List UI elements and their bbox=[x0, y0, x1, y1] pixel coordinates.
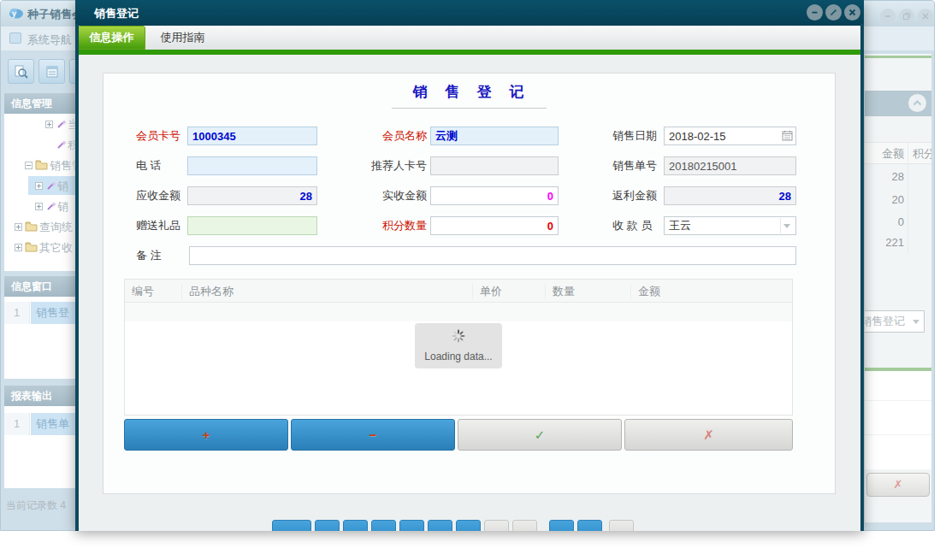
expander-icon[interactable] bbox=[15, 223, 22, 231]
tree-item[interactable]: 当 bbox=[4, 114, 76, 134]
expander-icon[interactable] bbox=[25, 162, 33, 169]
tree-item[interactable]: 查询统 bbox=[4, 216, 76, 237]
sale-no-label: 销售单号 bbox=[612, 156, 662, 175]
items-table-header: 编号 品种名称 单价 数量 金额 bbox=[125, 280, 792, 303]
divider bbox=[865, 56, 931, 58]
dialog-titlebar[interactable]: 销售登记 bbox=[75, 0, 864, 26]
check-icon: ✓ bbox=[535, 427, 546, 442]
folder-icon bbox=[35, 159, 48, 170]
member-card-label: 会员卡号 bbox=[136, 127, 180, 145]
pager-button[interactable] bbox=[577, 520, 602, 531]
system-nav-label[interactable]: 系统导航 bbox=[27, 32, 72, 48]
form-tool-button[interactable] bbox=[38, 59, 65, 84]
sales-registration-dialog: 销售登记 信息操作 使用指南 销 售 登 记 bbox=[75, 0, 864, 531]
column-quantity: 数量 bbox=[545, 284, 630, 299]
record-count-status: 当前记录数 4 bbox=[6, 498, 66, 513]
report-list: 1 销售单 bbox=[4, 406, 76, 488]
expander-icon[interactable] bbox=[45, 121, 53, 128]
app-logo-icon: y bbox=[9, 7, 24, 19]
table-row[interactable] bbox=[125, 303, 792, 321]
phone-label: 电 话 bbox=[136, 156, 162, 175]
calendar-icon[interactable] bbox=[782, 130, 793, 141]
pager-button[interactable] bbox=[456, 520, 481, 531]
chevron-up-icon bbox=[913, 100, 922, 106]
collapse-button[interactable] bbox=[908, 94, 926, 112]
sale-date-input[interactable] bbox=[664, 127, 796, 145]
pager-button[interactable] bbox=[609, 520, 634, 531]
column-variety-name: 品种名称 bbox=[181, 284, 472, 299]
member-card-input[interactable] bbox=[187, 127, 317, 145]
tree-item[interactable]: 积 bbox=[4, 134, 76, 155]
dialog-maximize-button[interactable] bbox=[825, 4, 842, 21]
form-icon bbox=[45, 65, 59, 79]
tree-item[interactable]: 其它收 bbox=[4, 237, 76, 257]
main-minimize-button[interactable] bbox=[880, 9, 896, 24]
pager-button[interactable] bbox=[512, 520, 537, 531]
confirm-button[interactable]: ✓ bbox=[458, 419, 622, 451]
main-close-button[interactable] bbox=[918, 9, 933, 24]
tree-item[interactable]: 销售管 bbox=[4, 155, 76, 175]
pager-button[interactable] bbox=[484, 520, 509, 531]
add-row-button[interactable]: + bbox=[124, 419, 288, 451]
remark-label: 备 注 bbox=[136, 246, 162, 265]
receivable-input bbox=[187, 186, 317, 205]
report-type-dropdown[interactable]: 销售登记 bbox=[865, 310, 925, 333]
right-panel-body bbox=[865, 371, 931, 469]
points-input[interactable] bbox=[430, 216, 559, 235]
amount-cell: 28 bbox=[865, 170, 904, 183]
pager-button[interactable] bbox=[428, 520, 452, 531]
pager-button[interactable] bbox=[371, 520, 396, 531]
dialog-close-button[interactable] bbox=[844, 4, 860, 21]
wand-icon bbox=[56, 118, 68, 130]
received-input[interactable] bbox=[430, 186, 559, 205]
phone-input[interactable] bbox=[187, 156, 317, 175]
dialog-title: 销售登记 bbox=[94, 6, 139, 21]
tab-info-operations[interactable]: 信息操作 bbox=[78, 26, 145, 50]
expander-icon[interactable] bbox=[35, 203, 43, 210]
pager-button[interactable] bbox=[315, 520, 340, 531]
nav-checkbox-icon[interactable] bbox=[9, 32, 21, 44]
remark-input[interactable] bbox=[189, 246, 796, 265]
cashier-label: 收 款 员 bbox=[612, 216, 662, 235]
received-label: 实收金额 bbox=[357, 186, 427, 205]
list-item[interactable]: 1 销售登 bbox=[4, 302, 76, 324]
wand-icon bbox=[45, 180, 57, 192]
referrer-input[interactable] bbox=[430, 156, 559, 175]
pager-button[interactable] bbox=[549, 520, 574, 531]
nav-tree: 当 积 销售管 销 销 bbox=[4, 114, 76, 271]
gift-input[interactable] bbox=[187, 216, 317, 235]
plus-icon: + bbox=[203, 427, 210, 442]
main-restore-button[interactable] bbox=[899, 9, 914, 24]
svg-text:y: y bbox=[12, 9, 16, 18]
folder-icon bbox=[25, 221, 38, 232]
tree-item-selected[interactable]: 销 bbox=[4, 175, 76, 196]
right-panel-header bbox=[865, 91, 931, 116]
dialog-window-controls bbox=[807, 4, 860, 21]
tree-item[interactable]: 销 bbox=[4, 196, 76, 216]
remove-row-button[interactable]: − bbox=[291, 419, 455, 451]
close-report-button[interactable]: ✗ bbox=[866, 473, 930, 497]
dialog-border bbox=[75, 24, 79, 531]
section-header-info-manage: 信息管理 bbox=[4, 93, 76, 114]
column-amount: 金额 bbox=[865, 146, 904, 162]
pager-button[interactable] bbox=[272, 520, 311, 531]
cashier-dropdown[interactable]: 王云 bbox=[664, 216, 796, 235]
amount-cell: 221 bbox=[865, 236, 904, 249]
member-name-input[interactable] bbox=[430, 127, 559, 145]
form-heading: 销 售 登 记 bbox=[392, 82, 546, 109]
column-id: 编号 bbox=[125, 284, 181, 299]
form-panel: 销 售 登 记 会员卡号 会员名称 销售日期 bbox=[103, 73, 836, 494]
dialog-minimize-button[interactable] bbox=[807, 4, 823, 21]
pager-button[interactable] bbox=[399, 520, 424, 531]
spinner-icon bbox=[452, 329, 465, 343]
points-label: 积分数量 bbox=[357, 216, 427, 235]
pager-button[interactable] bbox=[343, 520, 368, 531]
column-unit-price: 单价 bbox=[472, 284, 545, 299]
cancel-button[interactable]: ✗ bbox=[624, 419, 793, 451]
tab-user-guide[interactable]: 使用指南 bbox=[151, 26, 215, 50]
folder-icon bbox=[25, 241, 38, 252]
expander-icon[interactable] bbox=[15, 244, 22, 251]
expander-icon[interactable] bbox=[35, 182, 43, 190]
list-item[interactable]: 1 销售单 bbox=[4, 413, 76, 435]
search-tool-button[interactable] bbox=[8, 59, 34, 84]
